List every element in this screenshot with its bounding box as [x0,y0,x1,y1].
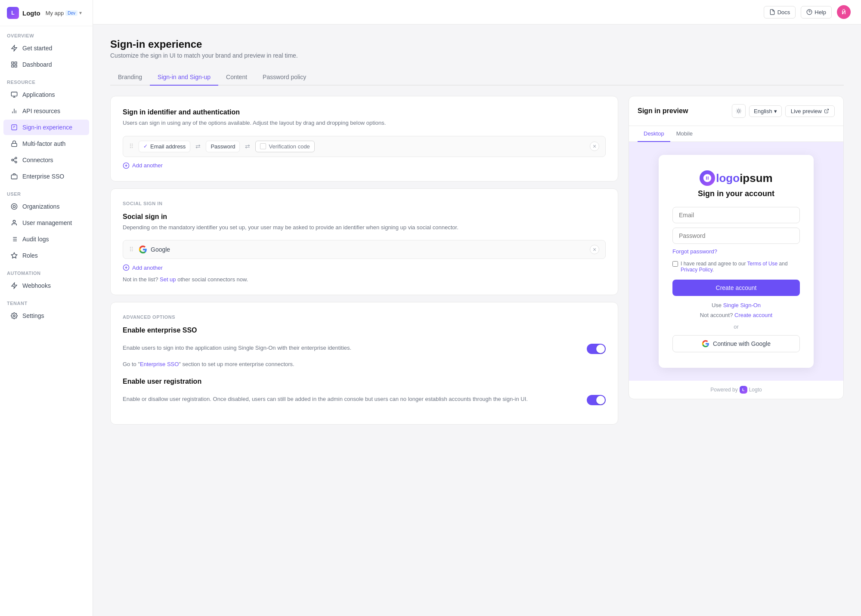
verification-checkbox[interactable] [260,143,266,149]
swap-icon[interactable]: ⇄ [194,143,202,150]
sidebar-item-sign-in-experience[interactable]: Sign-in experience [3,120,89,135]
create-account-button[interactable]: Create account [672,280,800,296]
user-registration-title: Enable user registration [123,378,606,385]
user-registration-option-row: Enable or disallow user registration. On… [123,388,606,412]
terms-checkbox[interactable] [672,261,678,267]
not-in-list-suffix: other social connectors now. [177,276,248,283]
password-tag: Password [206,141,240,152]
sidebar-logo[interactable]: L Logto My app Dev ▾ [0,0,93,26]
page-title: Sign-in experience [110,38,844,50]
preview-controls: English ▾ Live preview [732,104,835,118]
user-registration-desc: Enable or disallow user registration. On… [123,395,580,403]
sidebar-item-label: Roles [22,252,38,259]
check-icon: ✓ [143,143,148,149]
svg-marker-0 [12,45,17,51]
svg-line-47 [826,109,829,112]
not-in-list-prefix: Not in the list? [123,276,158,283]
docs-button[interactable]: Docs [764,6,796,18]
sidebar-item-api-resources[interactable]: API resources [3,103,89,119]
sidebar-item-enterprise-sso[interactable]: Enterprise SSO [3,169,89,184]
preview-panel-container: Sign in preview English ▾ L [629,96,844,425]
svg-point-13 [12,159,13,161]
help-button[interactable]: Help [801,6,832,18]
sidebar-item-get-started[interactable]: Get started [3,40,89,56]
sidebar-item-organizations[interactable]: Organizations [3,199,89,214]
sidebar-item-settings[interactable]: Settings [3,308,89,323]
webhooks-icon [10,282,18,290]
svg-line-15 [13,160,15,162]
preview-panel: Sign in preview English ▾ L [629,96,844,399]
sidebar-item-user-management[interactable]: User management [3,215,89,231]
svg-line-42 [740,113,741,113]
preview-logo-icon [700,170,715,186]
language-select[interactable]: English ▾ [749,105,782,117]
create-account-link[interactable]: Create account [734,312,772,318]
preview-header: Sign in preview English ▾ L [629,96,843,126]
sidebar-item-roles[interactable]: Roles [3,248,89,263]
sidebar-item-webhooks[interactable]: Webhooks [3,278,89,293]
env-badge: Dev [65,10,77,16]
google-connector-name: Google [151,246,170,253]
sidebar-item-audit-logs[interactable]: Audit logs [3,231,89,247]
enterprise-sso-toggle[interactable] [587,344,606,354]
sidebar-item-label: User management [22,219,72,226]
svg-rect-2 [15,62,17,64]
identifier-card-desc: Users can sign in using any of the optio… [123,119,606,127]
automation-section-label: AUTOMATION [0,264,93,277]
preview-tab-desktop[interactable]: Desktop [638,126,670,142]
app-tenant-badge[interactable]: My app Dev ▾ [46,10,82,16]
tab-branding[interactable]: Branding [110,69,150,86]
sidebar-item-mfa[interactable]: Multi-factor auth [3,136,89,151]
terms-of-use-link[interactable]: Terms of Use [747,261,778,267]
remove-google-button[interactable]: × [590,245,599,254]
user-avatar[interactable]: Й [837,5,851,19]
theme-toggle-button[interactable] [732,104,746,118]
remove-button[interactable]: × [590,142,599,151]
logs-icon [10,235,18,243]
identifier-row: ⠿ ✓ Email address ⇄ Password ⇄ [123,136,606,157]
user-initials: Й [842,9,846,15]
set-up-link[interactable]: Set up [160,276,176,283]
sidebar-item-label: Dashboard [22,61,52,68]
sidebar-item-connectors[interactable]: Connectors [3,152,89,168]
settings-icon [10,312,18,320]
enterprise-sso-link[interactable]: Enterprise SSO [140,361,179,367]
add-another-button[interactable]: Add another [123,162,606,169]
terms-row: I have read and agree to our Terms of Us… [672,261,800,273]
preview-tabs: Desktop Mobile [629,126,843,142]
continue-with-google-button[interactable]: Continue with Google [672,335,800,352]
svg-point-38 [737,110,740,112]
roles-icon [10,252,18,259]
google-btn-label: Continue with Google [713,340,771,347]
tab-password-policy[interactable]: Password policy [255,69,314,86]
logo-g-icon [703,173,712,183]
powered-by-text: Powered by L Logto [629,381,843,399]
live-preview-button[interactable]: Live preview [785,105,835,117]
svg-rect-3 [12,65,14,67]
tab-sign-in-signup[interactable]: Sign-in and Sign-up [150,69,218,86]
sun-icon [736,108,742,114]
svg-rect-11 [12,143,17,146]
sidebar-item-applications[interactable]: Applications [3,87,89,102]
drag-handle-social-icon[interactable]: ⠿ [129,246,133,253]
single-sign-on-link[interactable]: Single Sign-On [723,302,761,308]
identifier-card-title: Sign in identifier and authentication [123,108,606,116]
forgot-password-link[interactable]: Forgot password? [672,248,800,255]
preview-password-input[interactable] [672,228,800,244]
drag-handle-icon[interactable]: ⠿ [129,143,133,150]
tab-content[interactable]: Content [218,69,255,86]
add-another-social-button[interactable]: Add another [123,264,606,271]
terms-text: I have read and agree to our Terms of Us… [681,261,800,273]
preview-tab-mobile[interactable]: Mobile [670,126,699,142]
privacy-policy-link[interactable]: Privacy Policy [681,267,712,273]
user-registration-toggle[interactable] [587,395,606,405]
swap-icon-2[interactable]: ⇄ [243,143,252,150]
google-connector-row: ⠿ Google × [123,240,606,259]
preview-logo: logoipsum [672,170,800,186]
password-label: Password [211,143,235,150]
page-content: Sign-in experience Customize the sign in… [93,25,861,438]
sidebar-item-dashboard[interactable]: Dashboard [3,57,89,72]
applications-icon [10,91,18,99]
sidebar-item-label: Sign-in experience [22,124,72,131]
preview-email-input[interactable] [672,207,800,223]
